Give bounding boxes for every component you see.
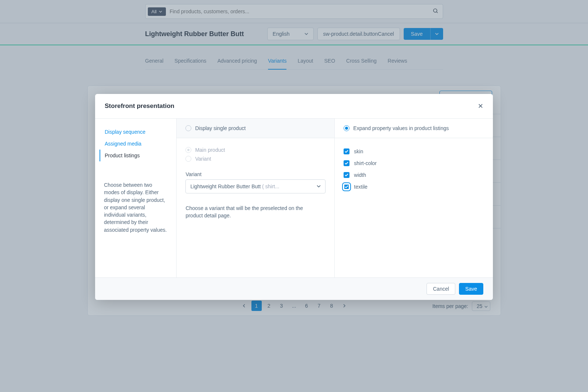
checkbox-checked-icon [344,160,349,166]
modal-title: Storefront presentation [105,102,174,110]
single-product-radio-row[interactable]: Display single product [177,119,334,138]
checkbox-label: width [354,172,366,178]
modal-body: Display sequenceAssigned mediaProduct li… [95,119,493,277]
checkbox-checked-icon [344,184,349,190]
expand-properties-label: Expand property values in product listin… [353,125,449,131]
expand-properties-column: Expand property values in product listin… [335,119,493,277]
property-check-textile[interactable]: textile [344,181,484,193]
modal-footer: Cancel Save [95,277,493,300]
single-product-sub-radios: Main product Variant [185,146,326,163]
modal-overlay: Storefront presentation ✕ Display sequen… [0,0,588,392]
storefront-presentation-modal: Storefront presentation ✕ Display sequen… [95,94,493,300]
single-product-label: Display single product [195,125,246,131]
radio-icon [185,147,191,153]
variant-section-label: Variant [185,171,326,177]
variant-help-text: Choose a variant that will be the presel… [185,204,311,220]
modal-cancel-button[interactable]: Cancel [427,283,455,295]
radio-label: Main product [195,147,225,153]
chevron-down-icon [317,183,321,189]
modal-save-button[interactable]: Save [459,283,483,295]
sidebar-item-product-listings[interactable]: Product listings [100,150,167,161]
radio-label: Variant [195,156,211,162]
modal-header: Storefront presentation ✕ [95,94,493,119]
display-single-column: Display single product Main product Vari… [177,119,335,277]
checkbox-label: textile [354,184,368,190]
property-check-width[interactable]: width [344,169,484,181]
close-icon: ✕ [478,102,483,110]
checkbox-label: shirt-color [354,160,376,166]
sidebar-item-assigned-media[interactable]: Assigned media [100,138,167,150]
radio-icon [185,156,191,162]
checkbox-checked-icon [344,172,349,178]
property-checklist: skinshirt-colorwidthtextile [344,146,484,193]
expand-properties-radio-row[interactable]: Expand property values in product listin… [335,119,493,138]
checkbox-label: skin [354,148,363,154]
radio-selected-icon [344,125,349,131]
sidebar-description: Choose between two modes of display. Eit… [104,181,167,234]
property-check-shirt-color[interactable]: shirt-color [344,157,484,169]
variant-select-value: Lightweight Rubber Butter Butt ( shirt..… [190,183,279,189]
checkbox-checked-icon [344,148,349,154]
variant-radio[interactable]: Variant [185,154,326,163]
radio-icon [185,125,191,131]
property-check-skin[interactable]: skin [344,146,484,157]
variant-select[interactable]: Lightweight Rubber Butter Butt ( shirt..… [185,179,326,193]
modal-sidebar: Display sequenceAssigned mediaProduct li… [95,119,177,277]
main-product-radio[interactable]: Main product [185,146,326,154]
sidebar-item-display-sequence[interactable]: Display sequence [100,126,167,138]
close-button[interactable]: ✕ [478,102,483,110]
